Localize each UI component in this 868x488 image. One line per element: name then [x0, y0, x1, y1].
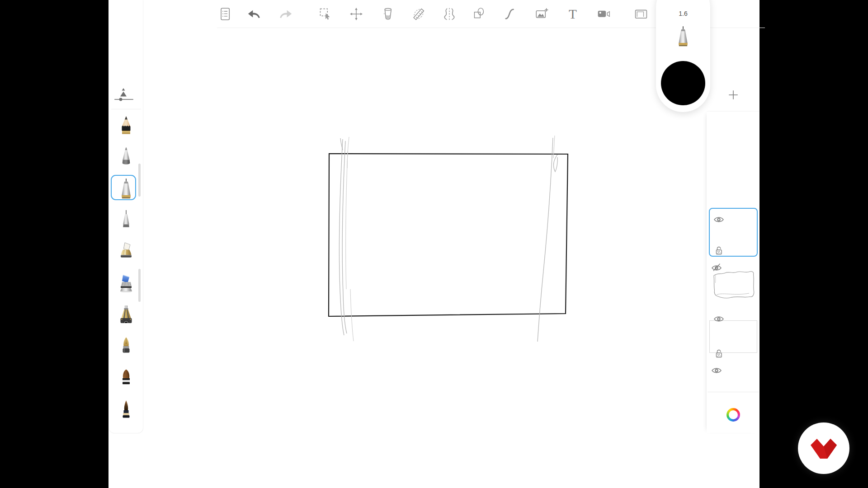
add-layer-button[interactable]: [724, 86, 742, 104]
select-icon: [318, 6, 333, 22]
brush-scrollbar-lower[interactable]: [138, 269, 141, 302]
move-icon: [349, 6, 364, 22]
brush-round-brush[interactable]: [109, 365, 143, 396]
layer-item-1[interactable]: [709, 208, 758, 257]
symmetry-icon: [442, 6, 457, 22]
brush-pencil[interactable]: [109, 112, 143, 143]
video-button[interactable]: [595, 5, 613, 23]
ruler-button[interactable]: [410, 5, 427, 23]
brush-pencil-icon: [116, 115, 136, 140]
symmetry-button[interactable]: [441, 5, 458, 23]
move-button[interactable]: [348, 5, 365, 23]
shapes-icon: [472, 6, 487, 22]
brush-scrollbar-upper[interactable]: [138, 164, 141, 197]
fill-button[interactable]: [379, 5, 396, 23]
brush-round-brush-icon: [116, 368, 136, 393]
brush-ink-brush[interactable]: [109, 396, 143, 428]
text-icon: [565, 6, 580, 22]
brush-chisel-pen[interactable]: [109, 238, 143, 270]
layer-1-lock-icon[interactable]: [715, 246, 723, 255]
sketch-list-button[interactable]: [217, 5, 235, 23]
curve-icon: [503, 6, 518, 22]
layer-2-visibility-icon[interactable]: [713, 315, 724, 323]
current-tool-panel: 1.6: [656, 0, 710, 112]
sketch-list-icon: [218, 6, 234, 22]
redo-button[interactable]: [277, 5, 294, 23]
app-window: 1.6: [0, 0, 868, 488]
select-button[interactable]: [317, 5, 334, 23]
shapes-button[interactable]: [471, 5, 488, 23]
video-icon: [596, 6, 612, 22]
app-logo-button[interactable]: [798, 422, 849, 474]
ruler-icon: [411, 6, 426, 22]
undo-icon: [246, 6, 262, 22]
redo-icon: [278, 6, 293, 22]
brush-fineliner-icon: [116, 210, 136, 235]
brush-size-value: 1.6: [656, 10, 710, 17]
brush-panel: [109, 0, 143, 433]
canvas-format-icon: [633, 6, 649, 22]
import-image-button[interactable]: [533, 5, 551, 23]
brush-airbrush-icon: [116, 305, 136, 330]
brush-settings-button[interactable]: [112, 86, 135, 106]
brush-fountain-pen[interactable]: [109, 333, 143, 365]
layers-panel: [707, 111, 760, 433]
brush-fineliner[interactable]: [109, 206, 143, 238]
layer-2-lock-icon[interactable]: [715, 349, 723, 358]
paper-texture-thumbnail[interactable]: [710, 268, 756, 303]
brush-wide-pen-icon: [116, 178, 136, 203]
layers-panel-divider: [708, 392, 759, 392]
curve-button[interactable]: [502, 5, 519, 23]
layer-item-2[interactable]: [709, 320, 757, 353]
brush-chisel-pen-icon: [116, 241, 136, 267]
brush-ballpoint-icon: [116, 146, 136, 172]
brush-ink-brush-icon: [116, 399, 136, 425]
color-wheel-button[interactable]: [726, 408, 740, 422]
brush-airbrush[interactable]: [109, 301, 143, 333]
background-visibility-icon[interactable]: [711, 367, 722, 374]
layer-1-visibility-icon[interactable]: [713, 216, 724, 223]
fill-icon: [380, 6, 395, 22]
current-tool-icon[interactable]: [674, 25, 692, 52]
brush-settings-icon: [112, 86, 135, 104]
undo-button[interactable]: [245, 5, 263, 23]
import-image-icon: [534, 6, 550, 22]
app-logo-icon: [810, 434, 837, 461]
current-color-swatch[interactable]: [661, 61, 705, 105]
canvas-format-button[interactable]: [632, 5, 650, 23]
brush-fountain-pen-icon: [116, 336, 136, 361]
brush-blue-marker-icon: [116, 273, 136, 298]
plus-icon: [727, 89, 739, 101]
text-button[interactable]: [564, 5, 581, 23]
brush-panel-divider: [111, 109, 141, 109]
